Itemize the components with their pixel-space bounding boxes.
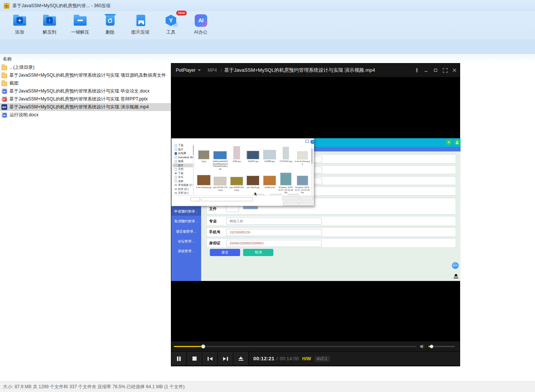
- seek-bar[interactable]: [174, 346, 416, 347]
- dialog-file-thumbnail: 312885.jpg: [261, 144, 278, 170]
- thumbnail-filename: 07224351.jpg: [278, 160, 294, 163]
- recorded-menu-item: 论坛管理 ⌄: [171, 237, 201, 245]
- eject-button[interactable]: [233, 352, 249, 366]
- file-row[interactable]: 基于JavaSSM+MySQL的机房预约管理系统设计与实现 项目源码及数据库文件: [0, 71, 171, 79]
- dialog-filetype-dropdown: [282, 196, 299, 201]
- dialog-sidebar-item: 本地磁盘 (C:): [172, 183, 194, 187]
- dialog-sidebar-item: 文档 (E:): [172, 191, 194, 195]
- format-badge: MP4: [208, 68, 217, 73]
- dialog-help-icon: ?: [310, 140, 315, 144]
- volume-knob[interactable]: [430, 345, 433, 348]
- toolbar-button[interactable]: Y New 工具: [157, 13, 185, 38]
- dialog-filename-label-box: [191, 197, 200, 201]
- dialog-sidebar-item: 图片: [172, 164, 194, 168]
- zip-statusbar: 大小: 87.9 MB 共 1299 个文件和 337 个文件夹 压缩率 78.…: [0, 381, 535, 392]
- thumbnail-image: [280, 173, 292, 185]
- thumbnail-filename: 4328.jpg: [229, 160, 245, 163]
- volume-bar[interactable]: [428, 346, 455, 347]
- recorded-file-input: [226, 205, 239, 212]
- time-separator: /: [276, 356, 278, 361]
- column-header-name[interactable]: 名称: [3, 56, 12, 62]
- toolbar-icon: +: [12, 13, 27, 28]
- dialog-file-thumbnail: 304087.jpg: [245, 144, 262, 170]
- potplayer-window: PotPlayer MP4 | 基于JavaSSM+MySQL的机房预约管理系统…: [171, 63, 460, 366]
- player-app-name[interactable]: PotPlayer: [176, 68, 195, 73]
- zip-file-icon: [4, 3, 9, 9]
- thumbnail-image: [283, 147, 289, 159]
- thumbnail-filename: pic.chayi5.jpg: [245, 186, 261, 189]
- toolbar-button[interactable]: 一键解压: [66, 13, 95, 38]
- toolbar-label: 工具: [157, 29, 185, 35]
- player-titlebar[interactable]: PotPlayer MP4 | 基于JavaSSM+MySQL的机房预约管理系统…: [171, 63, 460, 77]
- thumbnail-image: [230, 177, 243, 185]
- fullscreen-icon[interactable]: [442, 67, 448, 73]
- dialog-filename-input: [201, 197, 253, 201]
- file-type-icon: [2, 112, 7, 118]
- file-row[interactable]: 截图: [0, 79, 171, 87]
- toolbar-icon: AI: [193, 13, 208, 28]
- toolbar-button[interactable]: ↑ 解压到: [35, 13, 64, 38]
- video-frame: ✕ 申请预约管理 ⌄ 取消预约管理 ⌄ 留言板管理 ⌄ 论坛管理 ⌄: [171, 138, 461, 281]
- dialog-sidebar-item: 下载: [172, 144, 194, 148]
- file-row[interactable]: 运行说明.docx: [0, 111, 171, 119]
- folder-icon: [175, 148, 177, 151]
- toolbar-label: 解压到: [35, 29, 64, 35]
- dialog-file-thumbnail: Snipaste_2019-12-27_16-24-28.jpg: [294, 170, 311, 196]
- dialog-file-thumbnail: 07224351.jpg: [278, 144, 295, 170]
- toolbar-button[interactable]: + 添加: [5, 13, 34, 38]
- new-badge: New: [176, 11, 187, 15]
- thumbnail-image: [263, 150, 276, 159]
- toolbar-label: AI办公: [186, 29, 215, 35]
- toolbar-button[interactable]: 删除: [96, 13, 124, 38]
- file-name: 截图: [9, 80, 19, 86]
- minimize-icon[interactable]: [423, 67, 429, 73]
- seek-knob[interactable]: [201, 344, 205, 349]
- file-row[interactable]: 基于JavaSSM+MySQL的机房预约管理系统设计与实现 演示视频.mp4: [0, 103, 171, 111]
- file-type-icon: [2, 74, 7, 78]
- zip-addressbar: 基于JavaSSM+MySQL的机房预约管理系统设计与实现.zip - 解包大小…: [0, 39, 535, 54]
- file-name: 基于JavaSSM+MySQL的机房预约管理系统设计与实现 毕业论文.docx: [9, 88, 149, 94]
- thumbnail-filename: b-ssl.duitang.jpg: [196, 186, 212, 189]
- thumbnail-image: [247, 176, 259, 185]
- toolbar-button[interactable]: AI AI办公: [186, 13, 215, 38]
- folder-icon: [175, 184, 177, 186]
- toolbar-icon: Y: [163, 13, 178, 28]
- chevron-down-icon[interactable]: [198, 69, 201, 73]
- recorded-close-button: ✕: [446, 139, 452, 145]
- dialog-file-thumbnail: b-ssl.duitang.jpg: [195, 170, 212, 196]
- thumbnail-image: [213, 151, 227, 159]
- close-icon[interactable]: [451, 67, 457, 73]
- thumbnail-filename: part-00143-1701.jpg: [212, 186, 228, 191]
- recorded-menu-item: 取消预约管理 ⌄: [171, 217, 201, 225]
- stop-button[interactable]: [187, 352, 202, 366]
- file-row[interactable]: .. (上级目录): [0, 63, 171, 71]
- toolbar-icon: [133, 13, 148, 28]
- file-row[interactable]: 基于JavaSSM+MySQL的机房预约管理系统设计与实现 答辩PPT.pptx: [0, 95, 171, 103]
- zip-toolbar: + 添加 ↑ 解压到 一键解压: [0, 11, 535, 39]
- recording-timer-bubble: 01:39: [451, 261, 459, 270]
- pause-button[interactable]: [171, 352, 187, 366]
- folder-icon: [175, 176, 177, 179]
- dialog-sidebar-scrollbar: [193, 144, 194, 195]
- maximize-icon[interactable]: [433, 67, 439, 73]
- dialog-sidebar-item: 此电脑: [172, 151, 194, 156]
- next-button[interactable]: [218, 352, 233, 366]
- previous-button[interactable]: [202, 352, 218, 366]
- dialog-sidebar-item: 图片: [172, 148, 194, 152]
- speaker-icon[interactable]: [420, 344, 426, 349]
- file-type-icon: [2, 88, 7, 94]
- folder-icon: [175, 152, 177, 155]
- toolbar-button[interactable]: 图片压缩: [126, 13, 155, 38]
- file-row[interactable]: 基于JavaSSM+MySQL的机房预约管理系统设计与实现 毕业论文.docx: [0, 87, 171, 95]
- dialog-file-thumbnail: part-00458-3644.jpg: [228, 170, 245, 196]
- zip-titlebar[interactable]: 基于JavaSSM+MySQL的机房预约管... - 360压缩: [0, 0, 535, 11]
- dialog-cancel-button: [299, 202, 313, 206]
- file-type-icon: [2, 104, 7, 110]
- pin-icon[interactable]: [414, 67, 420, 73]
- thumbnail-filename: Snipaste_2019-12-27_16-24-18.jpg: [278, 186, 294, 194]
- thumbnail-filename: part-00458-3644.jpg: [229, 186, 245, 191]
- file-name: 运行说明.docx: [9, 112, 39, 118]
- current-time: 00:12:21: [253, 356, 274, 361]
- video-display-area[interactable]: ✕ 申请预约管理 ⌄ 取消预约管理 ⌄ 留言板管理 ⌄ 论坛管理 ⌄: [171, 77, 460, 341]
- thumbnail-filename: 312885.jpg: [262, 160, 278, 163]
